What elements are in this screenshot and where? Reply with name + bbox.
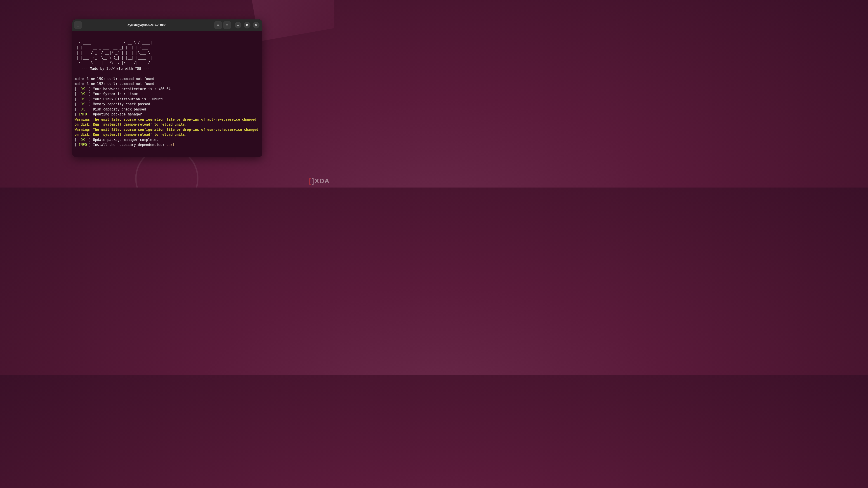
watermark-text: XDA: [315, 177, 330, 185]
hamburger-icon: [225, 23, 229, 27]
terminal-line: Warning: The unit file, source configura…: [74, 117, 260, 127]
search-icon: [216, 23, 220, 27]
tagline: --- Made by IceWhale with YOU ---: [82, 66, 260, 71]
minimize-button[interactable]: [235, 22, 241, 29]
terminal-line: [ OK ] Your System is : Linux: [74, 92, 260, 97]
window-title: ayush@ayush-MS-7B86: ~: [83, 23, 213, 27]
minimize-icon: [236, 23, 240, 27]
terminal-line: main: line 192: curl: command not found: [74, 81, 260, 87]
close-icon: [254, 23, 258, 27]
terminal-line: [ OK ] Your hardware architecture is : x…: [74, 87, 260, 92]
window-controls: [235, 22, 259, 29]
svg-rect-2: [246, 24, 248, 26]
ascii-art-banner: _____ ____ _____ / ____| / __ \ / ____| …: [74, 35, 260, 65]
xda-watermark: []XDA: [309, 177, 330, 185]
terminal-body[interactable]: _____ ____ _____ / ____| / __ \ / ____| …: [72, 31, 262, 157]
new-tab-icon: [76, 23, 80, 27]
terminal-output: main: line 190: curl: command not foundm…: [74, 76, 260, 148]
close-button[interactable]: [253, 22, 259, 29]
titlebar-right-group: [214, 21, 231, 29]
titlebar: ayush@ayush-MS-7B86: ~: [72, 20, 262, 31]
terminal-line: [ OK ] Memory capacity check passed.: [74, 102, 260, 107]
svg-point-1: [217, 24, 219, 26]
new-tab-button[interactable]: [74, 21, 82, 29]
maximize-icon: [245, 23, 249, 27]
terminal-line: [ OK ] Disk capacity check passed.: [74, 107, 260, 112]
terminal-window: ayush@ayush-MS-7B86: ~ _____ ____: [72, 20, 262, 157]
terminal-line: [ OK ] Your Linux Distribution is : ubun…: [74, 97, 260, 102]
search-button[interactable]: [214, 21, 222, 29]
terminal-line: main: line 190: curl: command not found: [74, 76, 260, 82]
terminal-line: [ OK ] Update package manager complete.: [74, 137, 260, 142]
menu-button[interactable]: [223, 21, 231, 29]
terminal-line: [ INFO ] Install the necessary dependenc…: [74, 142, 260, 148]
watermark-bracket-right: ]: [312, 177, 314, 185]
terminal-line: Warning: The unit file, source configura…: [74, 127, 260, 137]
maximize-button[interactable]: [244, 22, 250, 29]
background-corner: [251, 0, 334, 41]
terminal-line: [ INFO ] Updating package manager...: [74, 112, 260, 117]
watermark-bracket-left: [: [309, 177, 311, 185]
